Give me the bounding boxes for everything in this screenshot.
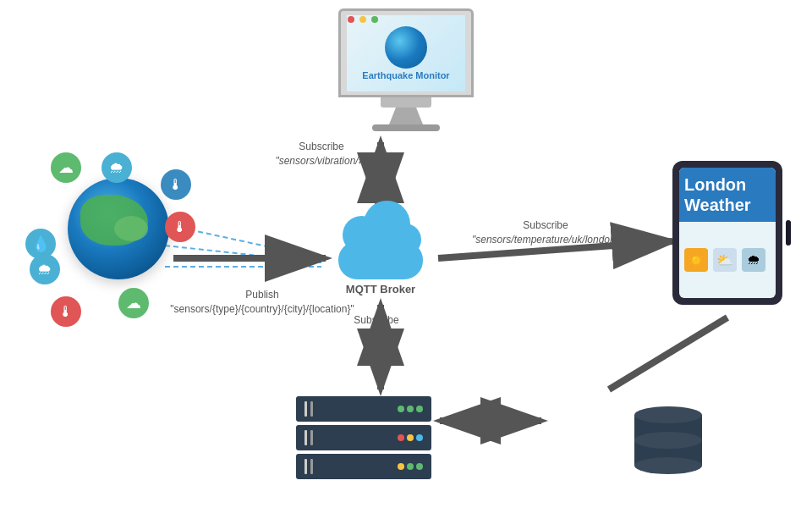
globe [68, 178, 169, 279]
sensor-cloud-blue-bottom: 🌧 [30, 254, 60, 284]
server-unit-2-dots [398, 434, 423, 441]
broker-area: MQTT Broker [330, 216, 431, 295]
broker-label: MQTT Broker [330, 283, 431, 295]
tablet-area: London Weather ☀️ ⛅ 🌧 [668, 161, 787, 305]
server-dot-y1 [398, 463, 404, 470]
server-unit-1-dots [398, 406, 423, 412]
svg-line-11 [609, 318, 727, 389]
server-dot-yellow [407, 434, 414, 441]
sensor-thermo-red-bottom: 🌡 [51, 296, 81, 327]
server-dot-blue [416, 434, 423, 441]
sensor-cloud-green-top: ☁ [51, 152, 81, 183]
database-bottom [634, 457, 702, 474]
monitor-area: Earthquake Monitor [330, 8, 482, 131]
server-unit-1 [296, 396, 431, 422]
monitor-dot-yellow [359, 16, 366, 23]
monitor-foot [372, 124, 440, 131]
monitor-base [381, 97, 431, 108]
sensor-cloud-green-bottom: ☁ [118, 288, 149, 318]
weather-cloud-icon: ⛅ [713, 248, 737, 272]
database-top [634, 406, 702, 423]
monitor-screen-inner: Earthquake Monitor [347, 15, 465, 91]
server-dot-green3 [416, 406, 423, 412]
weather-sun-icon: ☀️ [684, 248, 708, 272]
monitor-dot-green [371, 16, 378, 23]
server-rack [296, 396, 431, 479]
tablet-weather-icons: ☀️ ⛅ 🌧 [679, 222, 776, 298]
server-dot-green [398, 406, 404, 412]
monitor-screen: Earthquake Monitor [338, 8, 474, 97]
monitor-stand [389, 108, 423, 124]
tablet-header: London Weather [679, 168, 776, 222]
subscribe-eq-label: Subscribe"sensors/vibration/#" [254, 140, 389, 168]
diagram-container: ☁ 🌧 🌡 💧 🌡 🌡 ☁ 🌧 Publish "sensors/{type}/… [0, 0, 812, 508]
server-unit-2 [296, 425, 431, 450]
subscribe-london-label: Subscribe"sensors/temperature/uk/london" [457, 218, 634, 247]
monitor-dot-red [348, 16, 354, 23]
server-unit-3-dots [398, 463, 423, 470]
server-dot-g1 [407, 463, 414, 470]
subscribe-all-label: Subscribe"#" [321, 313, 431, 342]
sensor-thermo-red-right: 🌡 [165, 212, 195, 242]
monitor-app-title: Earthquake Monitor [362, 70, 449, 80]
broker-cloud [330, 216, 431, 279]
tablet-frame: London Weather ☀️ ⛅ 🌧 [672, 161, 782, 305]
weather-rain-icon: 🌧 [742, 248, 765, 272]
server-area [296, 396, 431, 483]
server-dot-red [398, 434, 404, 441]
database-middle-ring [634, 432, 702, 449]
server-dot-green2 [407, 406, 414, 412]
tablet-screen: London Weather ☀️ ⛅ 🌧 [679, 168, 776, 298]
tablet-power-button [786, 220, 791, 246]
server-dot-g2 [416, 463, 423, 470]
database-area [634, 406, 702, 474]
sensor-cloud-blue-top: 🌧 [102, 152, 132, 183]
server-unit-3 [296, 454, 431, 479]
monitor-globe [385, 26, 427, 69]
database-cylinder [634, 406, 702, 474]
sensor-thermo-blue-top: 🌡 [161, 169, 191, 200]
